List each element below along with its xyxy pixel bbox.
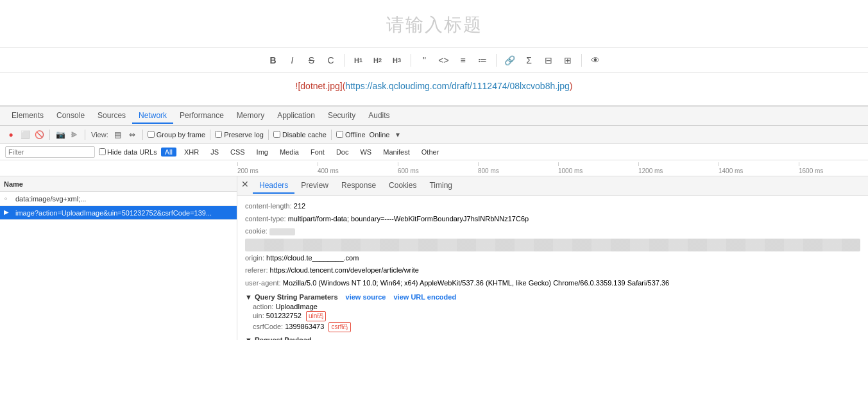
header-name-referer: referer: bbox=[245, 266, 268, 274]
filter-type-all[interactable]: All bbox=[161, 148, 176, 157]
request-list-header: Name bbox=[0, 176, 237, 192]
bold-button[interactable]: B bbox=[265, 52, 282, 69]
filter-type-media[interactable]: Media bbox=[276, 148, 303, 157]
quote-button[interactable]: " bbox=[416, 52, 433, 69]
view-label: View: bbox=[91, 131, 108, 139]
h1-button[interactable]: H1 bbox=[350, 52, 367, 69]
code-inline-button[interactable]: C bbox=[323, 52, 339, 69]
link-prefix: ![dotnet.jpg]( bbox=[296, 81, 346, 91]
view-waterfall-button[interactable]: ⇔ bbox=[126, 129, 138, 140]
table-button[interactable]: ⊟ bbox=[540, 52, 557, 69]
header-name-origin: origin: bbox=[245, 254, 264, 262]
filter-input[interactable] bbox=[5, 146, 95, 158]
request-row-upload[interactable]: ▶ image?action=UploadImage&uin=501232752… bbox=[0, 206, 237, 220]
devtools: Elements Console Sources Network Perform… bbox=[0, 106, 868, 340]
detail-tabs: Headers Preview Response Cookies Timing bbox=[237, 176, 868, 196]
group-by-frame-label: Group by frame bbox=[157, 131, 205, 139]
toolbar-sep-1 bbox=[345, 54, 345, 67]
detail-tab-timing[interactable]: Timing bbox=[423, 178, 459, 194]
request-name-svg: data:image/svg+xml;... bbox=[15, 195, 86, 203]
more-options-button[interactable]: ▾ bbox=[392, 129, 404, 140]
italic-button[interactable]: I bbox=[284, 52, 301, 69]
filter-type-xhr[interactable]: XHR bbox=[180, 148, 203, 157]
view-source-link[interactable]: view source bbox=[346, 293, 386, 301]
headers-content: content-length: 212 content-type: multip… bbox=[237, 196, 868, 340]
group-by-frame-checkbox[interactable]: Group by frame bbox=[148, 131, 205, 139]
filter-type-css[interactable]: CSS bbox=[226, 148, 249, 157]
tab-performance[interactable]: Performance bbox=[173, 108, 230, 124]
name-column-header: Name bbox=[4, 180, 23, 188]
tab-elements[interactable]: Elements bbox=[5, 108, 50, 124]
ruler-tick-800: 800 ms bbox=[478, 167, 558, 174]
tab-security[interactable]: Security bbox=[321, 108, 362, 124]
h2-button[interactable]: H2 bbox=[370, 52, 386, 69]
header-origin: origin: https://cloud.te________.com bbox=[245, 253, 860, 264]
filter-type-js[interactable]: JS bbox=[207, 148, 223, 157]
filter-type-manifest[interactable]: Manifest bbox=[379, 148, 414, 157]
csrf-annotation: csrf码 bbox=[328, 322, 350, 332]
query-section-label: Query String Parameters bbox=[255, 293, 338, 301]
link-button[interactable]: 🔗 bbox=[502, 52, 518, 69]
editor-title[interactable]: 请输入标题 bbox=[0, 13, 868, 37]
detail-tab-cookies[interactable]: Cookies bbox=[382, 178, 423, 194]
code-block-button[interactable]: <> bbox=[436, 52, 452, 69]
filter-type-font[interactable]: Font bbox=[307, 148, 328, 157]
stop-button[interactable]: ⬜ bbox=[19, 129, 31, 140]
toolbar-sep-4 bbox=[581, 54, 582, 67]
camera-button[interactable]: 📷 bbox=[55, 129, 66, 140]
detail-tab-response[interactable]: Response bbox=[335, 178, 382, 194]
view-url-encoded-link[interactable]: view URL encoded bbox=[394, 293, 457, 301]
filter-type-ws[interactable]: WS bbox=[356, 148, 375, 157]
clear-button[interactable]: 🚫 bbox=[33, 129, 45, 140]
editor-content: ![dotnet.jpg](https://ask.qcloudimg.com/… bbox=[0, 73, 868, 99]
query-string-section: ▼ Query String Parameters view source vi… bbox=[245, 293, 860, 301]
close-detail-button[interactable]: ✕ bbox=[241, 179, 249, 189]
link-url[interactable]: https://ask.qcloudimg.com/draft/1112474/… bbox=[345, 81, 569, 91]
query-val-uin: 501232752 bbox=[266, 311, 302, 319]
tab-memory[interactable]: Memory bbox=[230, 108, 271, 124]
header-cookie: cookie: bbox=[245, 226, 860, 237]
img-type-icon: ▶ bbox=[4, 208, 13, 217]
payload-section-label: Request Payload bbox=[255, 336, 312, 340]
editor-toolbar: B I S C H1 H2 H3 " <> ≡ ≔ 🔗 Σ ⊟ ⊞ 👁 bbox=[0, 47, 868, 73]
filter-type-doc[interactable]: Doc bbox=[332, 148, 353, 157]
unordered-list-button[interactable]: ≔ bbox=[474, 52, 491, 69]
filter-type-img[interactable]: Img bbox=[253, 148, 272, 157]
detail-tab-preview[interactable]: Preview bbox=[294, 178, 335, 194]
filter-type-other[interactable]: Other bbox=[418, 148, 443, 157]
toolbar-sep-b bbox=[85, 130, 85, 140]
offline-checkbox[interactable]: Offline bbox=[336, 131, 366, 139]
toolbar-sep-f bbox=[331, 130, 332, 140]
request-row-svg[interactable]: ⬦ data:image/svg+xml;... bbox=[0, 192, 237, 206]
header-content-type: content-type: multipart/form-data; bound… bbox=[245, 214, 860, 225]
preserve-log-checkbox[interactable]: Preserve log bbox=[215, 131, 264, 139]
offline-label: Offline bbox=[345, 131, 366, 139]
header-name-content-length: content-length: bbox=[245, 202, 292, 210]
detail-tab-headers[interactable]: Headers bbox=[253, 178, 294, 194]
timeline-ruler: 200 ms 400 ms 600 ms 800 ms 1000 ms 1200… bbox=[0, 160, 868, 176]
request-detail: ✕ Headers Preview Response Cookies Timin… bbox=[237, 176, 868, 340]
h3-button[interactable]: H3 bbox=[389, 52, 405, 69]
query-param-uin: uin: 501232752 uin码 bbox=[253, 311, 860, 321]
hide-data-urls-checkbox[interactable]: Hide data URLs bbox=[99, 148, 157, 156]
tab-audits[interactable]: Audits bbox=[362, 108, 396, 124]
query-val-csrfcode: 1399863473 bbox=[285, 322, 324, 330]
record-button[interactable]: ● bbox=[5, 129, 17, 140]
toolbar-sep-e bbox=[268, 130, 269, 140]
sigma-button[interactable]: Σ bbox=[521, 52, 538, 69]
tab-console[interactable]: Console bbox=[50, 108, 91, 124]
ruler-tick-400: 400 ms bbox=[318, 167, 398, 174]
payload-toggle-arrow: ▼ bbox=[245, 336, 252, 340]
grid-button[interactable]: ⊞ bbox=[559, 52, 576, 69]
tab-application[interactable]: Application bbox=[271, 108, 321, 124]
header-val-user-agent: Mozilla/5.0 (Windows NT 10.0; Win64; x64… bbox=[283, 279, 669, 287]
strikethrough-button[interactable]: S bbox=[303, 52, 320, 69]
toolbar-sep-2 bbox=[411, 54, 411, 67]
view-list-button[interactable]: ▤ bbox=[112, 129, 124, 140]
filter-button[interactable]: ⫸ bbox=[69, 129, 80, 140]
preview-button[interactable]: 👁 bbox=[587, 52, 604, 69]
disable-cache-checkbox[interactable]: Disable cache bbox=[273, 131, 327, 139]
ordered-list-button[interactable]: ≡ bbox=[455, 52, 472, 69]
tab-sources[interactable]: Sources bbox=[91, 108, 132, 124]
tab-network[interactable]: Network bbox=[132, 108, 173, 124]
